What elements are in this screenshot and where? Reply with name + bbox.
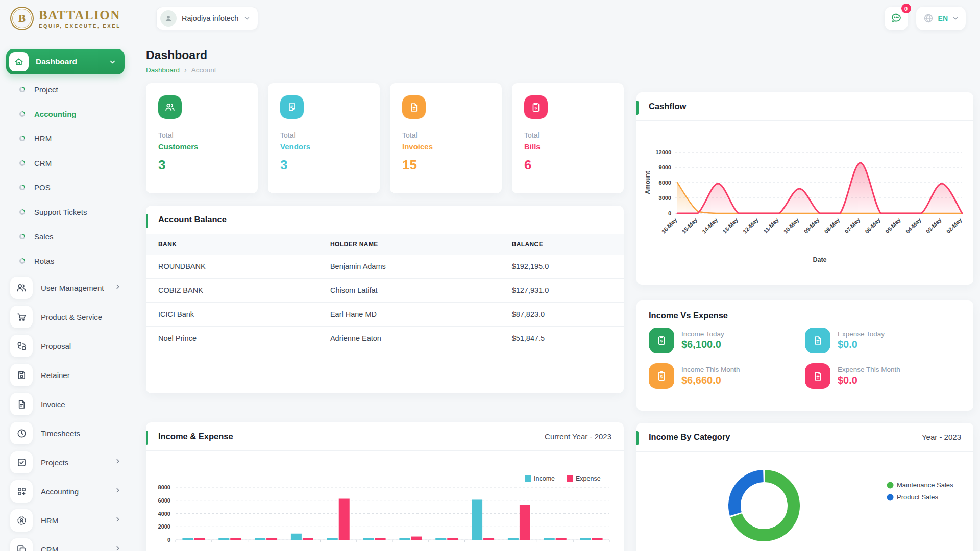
stat-prefix: Total [402,131,489,139]
metric-label: Expense This Month [838,366,900,373]
svg-text:03-May: 03-May [925,216,943,234]
sidebar-item-retainer[interactable]: Retainer [6,364,127,386]
svg-text:15-May: 15-May [680,216,698,234]
table-cell: Benjamin Adams [318,255,500,279]
svg-text:3000: 3000 [659,195,671,201]
card-title: Income & Expense [158,432,233,441]
sidebar-item-crm[interactable]: CRM [6,154,127,171]
account-balance-table: BANKHOLDER NAMEBALANCE ROUNDBANKBenjamin… [146,234,624,350]
svg-text:04-May: 04-May [904,216,922,234]
stat-value: 3 [158,157,246,173]
card-title: Income By Category [649,432,730,442]
sidebar-item-crm[interactable]: CRM [6,538,127,551]
bullet-ring-icon [19,136,25,141]
sidebar-item-label: Invoice [41,400,65,409]
sidebar-item-project[interactable]: Project [6,81,127,98]
bullet-ring-icon [19,234,25,239]
check-square-icon [10,451,33,473]
chevron-down-icon [952,15,959,22]
sidebar-item-pos[interactable]: POS [6,179,127,196]
table-cell: $127,931.0 [500,279,624,303]
table-row: ROUNDBANKBenjamin Adams$192,195.0 [146,255,624,279]
stat-prefix: Total [524,131,611,139]
sidebar-item-hrm[interactable]: HRM [6,509,127,532]
sidebar-item-label: User Management [41,284,104,292]
bullet-ring-icon [19,209,25,215]
sidebar-item-label: Product & Service [41,313,102,321]
svg-text:11-May: 11-May [762,216,780,234]
chevron-right-icon [114,516,121,525]
table-cell: ROUNDBANK [146,255,318,279]
metric-value: $0.0 [838,339,885,350]
svg-text:Income: Income [534,475,555,482]
column-header-holder-name: HOLDER NAME [318,234,500,255]
sidebar-item-label: Accounting [34,110,77,118]
metric-expense-this-month: Expense This Month$0.0 [805,363,961,389]
clipboard-dollar-icon: $ [649,328,674,353]
sidebar-item-proposal[interactable]: Proposal [6,335,127,357]
sidebar-item-dashboard[interactable]: Dashboard [6,49,125,74]
sidebar: Dashboard ProjectAccountingHRMCRMPOSSupp… [0,37,133,551]
sidebar-item-accounting[interactable]: Accounting [6,480,127,503]
metric-value: $6,100.0 [681,339,724,350]
brand-logo: B BATTALION EQUIP, EXECUTE, EXEL [10,7,138,30]
svg-text:13-May: 13-May [721,216,739,234]
svg-text:Product Sales: Product Sales [897,493,938,501]
sidebar-item-sales[interactable]: Sales [6,228,127,245]
sidebar-item-label: Proposal [41,342,71,350]
stat-prefix: Total [280,131,368,139]
clock-icon [10,422,33,444]
metric-label: Income Today [681,330,724,338]
sidebar-item-product-service[interactable]: Product & Service [6,306,127,328]
income-vs-expense-card: Income Vs Expense $Income Today$6,100.0E… [636,300,973,411]
sidebar-item-label: POS [34,183,51,192]
sidebar-item-user-management[interactable]: User Management [6,277,127,299]
income-expense-card: Income & Expense Current Year - 2023 Inc… [146,422,624,551]
svg-text:9000: 9000 [659,164,671,170]
svg-text:2000: 2000 [158,523,170,530]
users-icon [158,95,182,119]
svg-text:14-May: 14-May [701,216,719,234]
sidebar-item-label: Sales [34,232,54,241]
workspace-selector[interactable]: Rajodiya infotech [156,7,258,30]
cashflow-chart: 030006000900012000Amount16-May15-May14-M… [636,121,973,284]
sidebar-item-hrm[interactable]: HRM [6,130,127,147]
svg-text:Amount: Amount [644,171,651,194]
file-text-icon [805,363,830,389]
stat-card-invoices: TotalInvoices15 [390,83,502,193]
svg-text:6000: 6000 [659,180,671,186]
language-selector[interactable]: EN [916,7,966,30]
person-dashed-icon [10,509,33,532]
sidebar-item-invoice[interactable]: Invoice [6,393,127,415]
metric-value: $0.0 [838,374,900,386]
svg-text:07-May: 07-May [843,216,861,234]
sidebar-item-label: Timesheets [41,429,80,438]
card-title: Cashflow [649,102,686,111]
sidebar-sub-list: ProjectAccountingHRMCRMPOSSupport Ticket… [6,81,127,269]
save-icon [10,364,33,386]
svg-text:Maintenance Sales: Maintenance Sales [897,481,953,489]
metric-value: $6,660.0 [681,374,740,386]
sidebar-item-rotas[interactable]: Rotas [6,252,127,269]
sidebar-item-label: Accounting [41,487,79,496]
svg-text:6000: 6000 [158,497,170,504]
sidebar-item-label: Support Tickets [34,208,87,216]
file-text-icon [402,95,426,119]
sidebar-item-projects[interactable]: Projects [6,451,127,473]
messages-button[interactable]: 0 [885,7,908,30]
svg-text:09-May: 09-May [803,216,821,234]
chevron-right-icon [114,283,121,292]
page-title: Dashboard [146,48,973,62]
breadcrumb-link-dashboard[interactable]: Dashboard [146,66,180,74]
bullet-ring-icon [19,111,25,117]
globe-icon [923,13,934,24]
note-icon [280,95,304,119]
stat-value: 6 [524,157,611,173]
sidebar-item-support-tickets[interactable]: Support Tickets [6,203,127,220]
sidebar-menu-list: User ManagementProduct & ServiceProposal… [6,277,127,551]
sidebar-item-timesheets[interactable]: Timesheets [6,422,127,444]
breadcrumb-current: Account [191,66,216,74]
sidebar-item-accounting[interactable]: Accounting [6,105,127,122]
stat-value: 15 [402,157,489,173]
table-cell: $192,195.0 [500,255,624,279]
